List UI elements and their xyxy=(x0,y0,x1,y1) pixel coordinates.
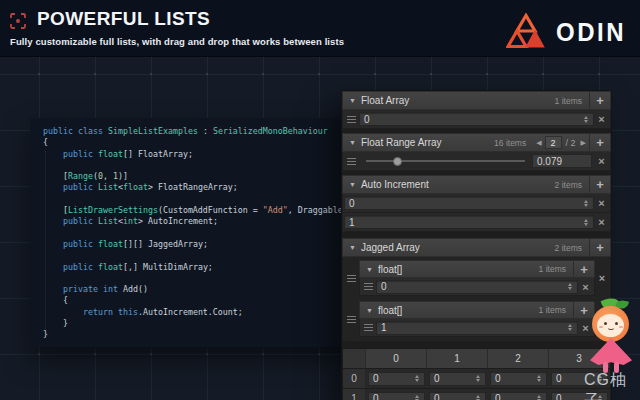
add-item-button[interactable]: + xyxy=(573,261,594,277)
list-header-float-range-array[interactable]: ▼ Float Range Array 16 items ◀ 2 / 2 ▶ + xyxy=(342,133,611,152)
remove-item-button[interactable]: × xyxy=(578,281,593,293)
nested-list-header[interactable]: ▼ float[] 1 items + xyxy=(359,301,595,319)
stepper[interactable] xyxy=(537,395,542,400)
column-header: 2 xyxy=(488,349,549,368)
code-line: public float[] FloatArray; xyxy=(43,149,346,160)
code-line: } xyxy=(43,329,346,340)
column-header: 0 xyxy=(366,349,427,368)
table-header-row: 0123 xyxy=(343,349,610,368)
jagged-array-body: ▼ float[] 1 items + 0 × xyxy=(342,257,611,342)
foldout-icon[interactable]: ▼ xyxy=(349,139,356,146)
watermark-mascot xyxy=(586,297,638,375)
value-field[interactable]: 1 xyxy=(344,215,594,229)
prev-page-button[interactable]: ◀ xyxy=(536,139,541,147)
drag-handle[interactable] xyxy=(344,316,359,323)
list-header-jagged-array[interactable]: ▼ Jagged Array 2 items + xyxy=(342,238,611,257)
table-cell-field[interactable]: 0 xyxy=(429,372,486,386)
table-cell-field[interactable]: 0 xyxy=(368,392,425,400)
code-line: { xyxy=(43,295,346,306)
add-item-button[interactable]: + xyxy=(589,134,610,151)
table-cell-field[interactable]: 0 xyxy=(490,372,547,386)
field-value: 0 xyxy=(349,198,355,209)
mascot-cheek xyxy=(619,326,623,328)
stepper[interactable] xyxy=(584,200,589,207)
stepper[interactable] xyxy=(568,283,573,290)
code-line: [Range(0, 1)] xyxy=(43,171,346,182)
stepper[interactable] xyxy=(584,219,589,226)
value-field[interactable]: 1 xyxy=(376,321,578,335)
list-item-row: 1 × xyxy=(359,319,595,337)
code-line: return this.AutoIncrement.Count; xyxy=(43,307,346,318)
foldout-icon[interactable]: ▼ xyxy=(349,97,356,104)
range-slider[interactable] xyxy=(366,160,525,162)
remove-item-button[interactable]: × xyxy=(594,197,609,209)
indent-guide xyxy=(45,151,46,331)
remove-item-button[interactable]: × xyxy=(594,113,609,125)
foldout-icon[interactable]: ▼ xyxy=(349,244,356,251)
multidim-table: 0123 0000010000 xyxy=(342,348,611,400)
mascot-dress xyxy=(590,338,632,365)
drag-handle[interactable] xyxy=(361,324,376,331)
table-cell-field[interactable]: 0 xyxy=(368,372,425,386)
page-number-field[interactable]: 2 xyxy=(545,136,562,149)
remove-item-button[interactable]: × xyxy=(594,216,609,228)
page-subtitle: Fully customizable full lists, with drag… xyxy=(10,36,344,47)
code-line: public List<float> FloatRangeArray; xyxy=(43,182,346,193)
drag-handle[interactable] xyxy=(344,116,359,123)
value-field[interactable]: 0 xyxy=(376,280,578,294)
code-line xyxy=(43,273,346,284)
list-header-float-array[interactable]: ▼ Float Array 1 items + xyxy=(342,91,611,110)
section-jagged-array: ▼ Jagged Array 2 items + ▼ float[] 1 ite… xyxy=(342,238,611,342)
cell-value: 0 xyxy=(556,373,562,384)
page-total-label: / 2 xyxy=(566,138,576,148)
screenshot-canvas: POWERFUL LISTS Fully customizable full l… xyxy=(0,0,640,400)
code-line: } xyxy=(43,318,346,329)
jagged-item: ▼ float[] 1 items + 1 × xyxy=(344,301,609,337)
drag-handle[interactable] xyxy=(344,158,359,165)
stepper[interactable] xyxy=(476,395,481,400)
foldout-icon[interactable]: ▼ xyxy=(366,307,373,314)
code-line xyxy=(43,228,346,239)
add-item-button[interactable]: + xyxy=(589,92,610,109)
code-block: public class SimpleListExamples : Serial… xyxy=(43,126,346,341)
cell-value: 0 xyxy=(373,393,379,400)
cell-value: 0 xyxy=(434,373,440,384)
code-line: public List<int> AutoIncrement; xyxy=(43,216,346,227)
list-header-auto-increment[interactable]: ▼ Auto Increment 2 items + xyxy=(342,175,611,194)
field-value: 1 xyxy=(381,322,387,333)
drag-handle[interactable] xyxy=(344,275,359,282)
value-field[interactable]: 0 xyxy=(344,196,594,210)
stepper[interactable] xyxy=(415,375,420,382)
stepper[interactable] xyxy=(537,375,542,382)
table-cell-field[interactable]: 0 xyxy=(490,392,547,400)
slider-knob[interactable] xyxy=(393,157,402,166)
stepper[interactable] xyxy=(568,324,573,331)
mascot-cheek xyxy=(599,326,603,328)
add-item-button[interactable]: + xyxy=(589,176,610,193)
mascot-mouth xyxy=(608,326,614,330)
value-field[interactable]: 0 xyxy=(359,112,594,126)
slider-value-field[interactable]: 0.079 xyxy=(532,154,592,168)
foldout-icon[interactable]: ▼ xyxy=(349,181,356,188)
watermark-text: CG柚子 xyxy=(584,370,640,400)
nested-list-header[interactable]: ▼ float[] 1 items + xyxy=(359,260,595,278)
focus-target-icon xyxy=(10,13,26,29)
nested-list-float: ▼ float[] 1 items + 0 × xyxy=(359,260,595,296)
remove-item-button[interactable]: × xyxy=(594,155,609,167)
next-page-button[interactable]: ▶ xyxy=(581,139,586,147)
row-header: 1 xyxy=(343,389,366,400)
item-count-badge: 1 items xyxy=(555,96,582,106)
field-value: 0 xyxy=(381,281,387,292)
table-cell-field[interactable]: 0 xyxy=(429,392,486,400)
table-corner xyxy=(343,349,366,368)
add-item-button[interactable]: + xyxy=(589,239,610,256)
stepper[interactable] xyxy=(415,395,420,400)
drag-handle[interactable] xyxy=(361,283,376,290)
list-item-row: 0 × xyxy=(359,278,595,296)
remove-item-button[interactable]: × xyxy=(595,272,609,284)
stepper[interactable] xyxy=(476,375,481,382)
field-value: 1 xyxy=(349,217,355,228)
stepper[interactable] xyxy=(584,116,589,123)
foldout-icon[interactable]: ▼ xyxy=(366,266,373,273)
section-float-range-array: ▼ Float Range Array 16 items ◀ 2 / 2 ▶ +… xyxy=(342,133,611,171)
